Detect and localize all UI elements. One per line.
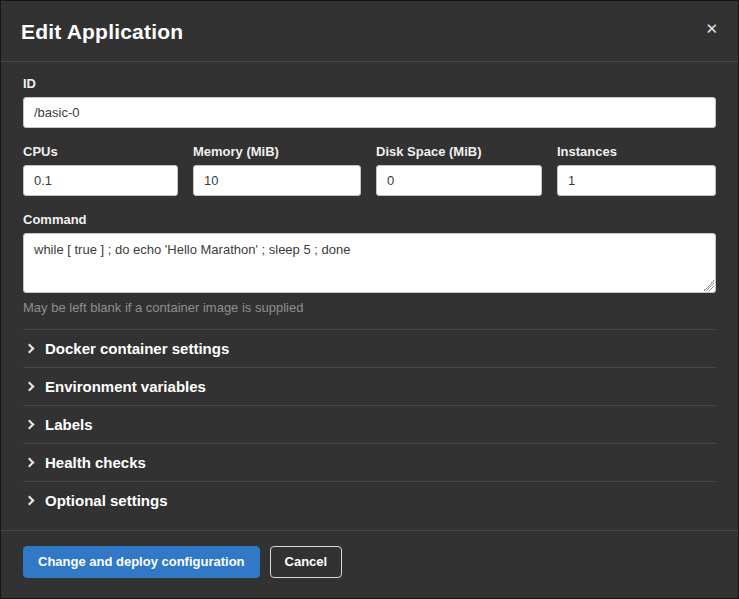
disk-label: Disk Space (MiB) — [376, 144, 542, 159]
edit-application-modal: Edit Application ✕ ID CPUs Memory (MiB) … — [0, 0, 739, 599]
instances-input[interactable] — [557, 165, 716, 196]
id-input[interactable] — [23, 97, 716, 128]
collapsible-sections: Docker container settings Environment va… — [23, 329, 716, 519]
memory-field-group: Memory (MiB) — [193, 144, 361, 196]
cancel-button[interactable]: Cancel — [270, 546, 343, 578]
modal-header: Edit Application ✕ — [1, 1, 738, 62]
memory-label: Memory (MiB) — [193, 144, 361, 159]
close-icon[interactable]: ✕ — [699, 17, 724, 40]
command-label: Command — [23, 212, 716, 227]
section-labels[interactable]: Labels — [23, 405, 716, 443]
disk-field-group: Disk Space (MiB) — [376, 144, 542, 196]
command-input[interactable]: while [ true ] ; do echo 'Hello Marathon… — [23, 233, 716, 293]
chevron-right-icon — [25, 420, 35, 430]
section-label: Environment variables — [45, 378, 206, 395]
instances-label: Instances — [557, 144, 716, 159]
section-docker-container-settings[interactable]: Docker container settings — [23, 329, 716, 367]
change-and-deploy-button[interactable]: Change and deploy configuration — [23, 546, 260, 578]
section-environment-variables[interactable]: Environment variables — [23, 367, 716, 405]
cpus-field-group: CPUs — [23, 144, 178, 196]
chevron-right-icon — [25, 496, 35, 506]
instances-field-group: Instances — [557, 144, 716, 196]
command-help-text: May be left blank if a container image i… — [23, 300, 716, 315]
section-optional-settings[interactable]: Optional settings — [23, 481, 716, 519]
section-label: Docker container settings — [45, 340, 229, 357]
section-label: Optional settings — [45, 492, 168, 509]
chevron-right-icon — [25, 344, 35, 354]
resources-row: CPUs Memory (MiB) Disk Space (MiB) Insta… — [23, 144, 716, 196]
memory-input[interactable] — [193, 165, 361, 196]
cpus-input[interactable] — [23, 165, 178, 196]
disk-input[interactable] — [376, 165, 542, 196]
section-health-checks[interactable]: Health checks — [23, 443, 716, 481]
chevron-right-icon — [25, 382, 35, 392]
modal-body: ID CPUs Memory (MiB) Disk Space (MiB) In… — [1, 62, 738, 530]
cpus-label: CPUs — [23, 144, 178, 159]
command-field-group: Command while [ true ] ; do echo 'Hello … — [23, 212, 716, 315]
id-field-group: ID — [23, 76, 716, 128]
page-title: Edit Application — [21, 20, 718, 44]
modal-footer: Change and deploy configuration Cancel — [1, 530, 738, 598]
id-label: ID — [23, 76, 716, 91]
section-label: Labels — [45, 416, 93, 433]
section-label: Health checks — [45, 454, 146, 471]
chevron-right-icon — [25, 458, 35, 468]
